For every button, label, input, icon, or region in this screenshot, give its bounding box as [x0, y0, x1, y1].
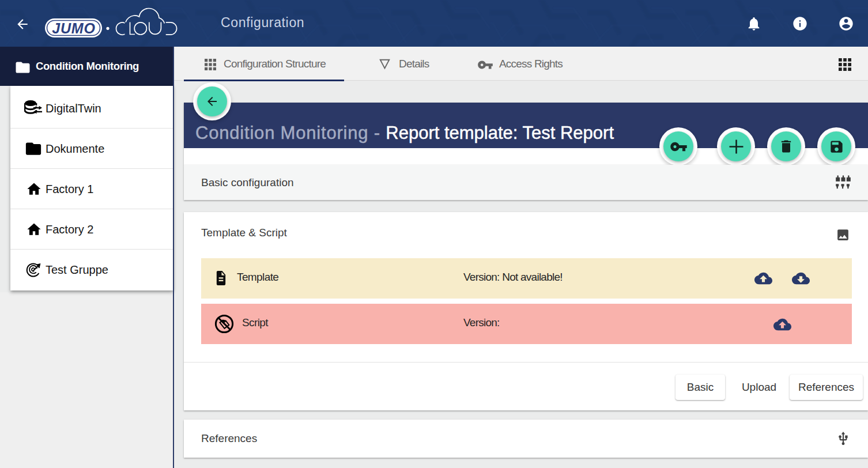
svg-text:JUMO: JUMO: [52, 20, 95, 36]
